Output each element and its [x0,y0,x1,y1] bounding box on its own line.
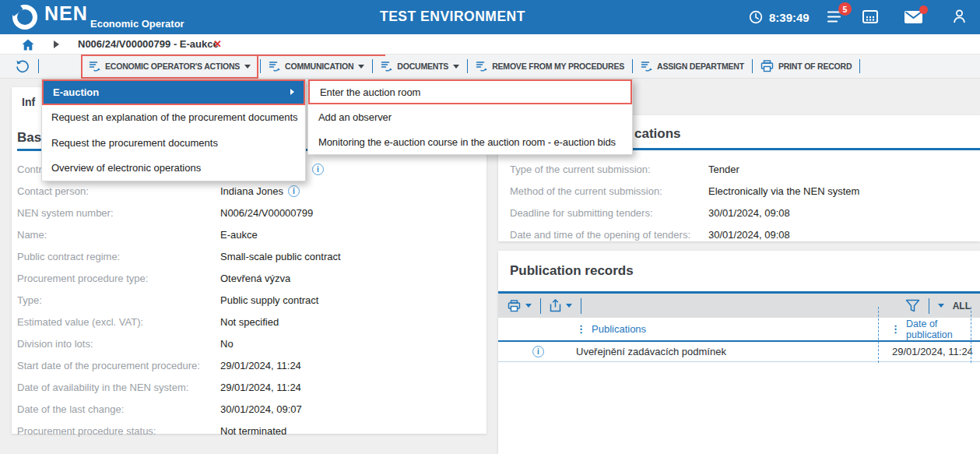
toolbar-button-label: DOCUMENTS [397,62,448,71]
submenu-item-enter-the-auction-room[interactable]: Enter the auction room [308,79,632,104]
field-label: Name: [17,229,220,241]
toolbar-button-documents[interactable]: DOCUMENTS [374,55,465,79]
column-label: Publications [592,323,646,335]
toolbar-separator [467,59,468,73]
field-row: Date and time of the opening of tenders:… [510,223,977,245]
field-label: Contact person: [17,185,220,197]
column-drag-handle-icon[interactable] [890,324,901,334]
toolbar-button-print-of-record[interactable]: PRINT OF RECORD [754,55,858,79]
field-row: Division into lots:No [17,333,483,354]
field-value-text: Tender [708,164,739,175]
field-value-text: 30/01/2024, 09:07 [220,403,302,415]
column-label: Date of publication [906,319,980,340]
chevron-down-icon[interactable] [525,304,532,308]
field-row: Procurement procedure status:Not termina… [17,420,483,442]
nen-logo-subtitle: Economic Operator [90,18,184,30]
actions-dropdown-menu: E-auctionRequest an explanation of the p… [41,79,306,181]
submenu-item-label: Add an observer [318,111,392,123]
submenu-item-add-an-observer[interactable]: Add an observer [308,104,632,129]
mail-icon[interactable] [904,11,922,23]
user-icon[interactable] [953,9,966,23]
print-icon[interactable] [508,300,521,312]
menu-item-request-the-procurement-documents[interactable]: Request the procurement documents [42,130,305,156]
tab-information[interactable]: Inf [22,96,35,108]
export-icon[interactable] [550,299,561,312]
info-icon[interactable] [532,346,544,357]
table-row[interactable]: Uveřejnění zadávacích podmínek29/01/2024… [498,342,980,362]
column-header-date[interactable]: Date of publication [878,319,980,340]
toolbar-separator [260,59,261,73]
submission-fields: Type of the current submission:TenderMet… [510,158,977,245]
chevron-down-icon [358,65,364,69]
filter-mode-caret-icon[interactable] [938,304,944,308]
info-icon[interactable] [312,164,324,175]
table-header: Publications Date of publication [498,318,980,340]
field-label: Date of the last change: [17,403,220,415]
toolbar-separator [929,298,929,314]
menu-item-request-an-explanation-of-the-procurement-documents[interactable]: Request an explanation of the procuremen… [42,105,305,131]
filter-all-label[interactable]: ALL [953,301,971,311]
field-label: Type: [17,294,220,306]
printer-icon [760,60,774,72]
toolbar-separator [38,59,39,73]
field-value: Small-scale public contract [220,251,341,262]
submenu-item-monitoring-the-e-auction-course-in-the-auction-room-e-auction-bids[interactable]: Monitoring the e-auction course in the a… [308,129,632,154]
field-value: N006/24/V00000799 [220,207,313,219]
toolbar: ECONOMIC OPERATOR'S ACTIONSCOMMUNICATION… [0,55,980,79]
toolbar-button-label: PRINT OF RECORD [778,62,852,71]
field-label: Date of availability in the NEN system: [17,382,220,393]
column-separator[interactable] [971,307,971,363]
field-value-text: Not specified [220,316,279,328]
field-row: Start date of the procurement procedure:… [17,354,483,376]
field-value-text: Electronically via the NEN system [708,185,859,197]
breadcrumb: N006/24/V00000799 - E-aukce [0,34,980,55]
toolbar-button-communication[interactable]: COMMUNICATION [262,55,371,79]
field-row: Deadline for submitting tenders:30/01/20… [510,202,977,223]
field-value-text: Otevřená výzva [220,273,290,284]
field-value-text: Indiana Jones [220,185,283,197]
field-value: E-aukce [220,229,258,241]
field-value-text: No [220,338,234,350]
menu-item-e-auction[interactable]: E-auction [42,79,305,105]
column-drag-handle-icon[interactable] [576,324,586,334]
home-icon[interactable] [22,39,34,54]
menu-item-label: Request an explanation of the procuremen… [51,111,298,123]
column-separator[interactable] [878,307,879,363]
nen-application-window: NEN Economic Operator TEST ENVIRONMENT 8… [0,0,980,454]
publication-rows: Uveřejnění zadávacích podmínek29/01/2024… [498,342,980,362]
close-tab-icon[interactable] [213,38,222,50]
breadcrumb-procedure-tab[interactable]: N006/24/V00000799 - E-aukce [78,38,219,50]
refresh-icon[interactable] [16,60,29,73]
submission-section-title-fragment: cations [634,126,681,142]
toolbar-button-economic-operator-s-actions[interactable]: ECONOMIC OPERATOR'S ACTIONS [81,55,258,79]
tasks-badge: 5 [838,2,852,16]
field-value: Tender [708,164,739,175]
toolbar-button-remove-from-my-procedures[interactable]: REMOVE FROM MY PROCEDURES [469,55,631,79]
field-value-text: 29/01/2024, 11:24 [220,382,301,393]
field-value: Not terminated [220,425,286,437]
menu-item-overview-of-electronic-operations[interactable]: Overview of electronic operations [42,156,305,181]
field-value-text: Public supply contract [220,294,318,306]
field-value: 30/01/2024, 09:08 [708,229,790,241]
column-header-publications[interactable]: Publications [568,323,878,335]
calendar-icon[interactable] [862,10,878,23]
field-value-text: 29/01/2024, 11:24 [220,360,301,371]
chevron-down-icon[interactable] [566,304,572,308]
menu-item-label: E-auction [53,86,99,98]
publication-records-title: Publication records [510,263,634,279]
field-label: Date and time of the opening of tenders: [510,229,708,241]
clock-time: 8:39:49 [769,11,810,24]
field-value-text: N006/24/V00000799 [220,207,313,219]
filter-icon[interactable] [905,299,920,312]
field-label: NEN system number: [17,207,220,219]
toolbar-button-label: ECONOMIC OPERATOR'S ACTIONS [105,62,240,71]
field-value: No [220,338,234,350]
toolbar-button-assign-department[interactable]: ASSIGN DEPARTMENT [634,55,750,79]
actions-list-icon [269,61,280,72]
submenu-item-label: Monitoring the e-auction course in the a… [318,136,616,148]
field-value: 29/01/2024, 11:24 [220,360,301,371]
info-icon[interactable] [288,185,300,197]
toolbar-button-label: COMMUNICATION [285,62,353,71]
row-info-cell [498,346,568,357]
field-value: Otevřená výzva [220,273,290,284]
